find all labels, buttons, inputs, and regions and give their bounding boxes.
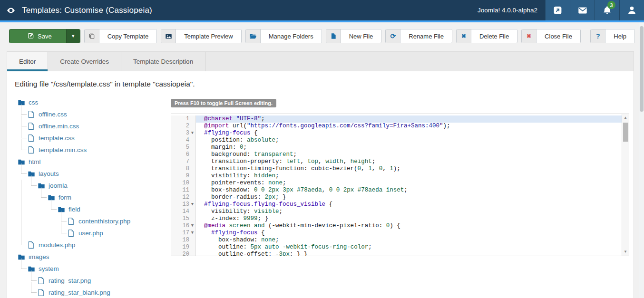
open-frontend-icon[interactable]	[545, 0, 570, 20]
scrollbar-up-icon[interactable]: ▲	[624, 115, 627, 121]
code-line[interactable]: 2@import url("https://fonts.googleapis.c…	[171, 123, 622, 130]
code-line[interactable]: 3▼#flying-focus {	[171, 130, 622, 137]
code-line[interactable]: 5 margin: 0;	[171, 144, 622, 151]
close-file-button[interactable]: ✖ Close File	[521, 29, 581, 43]
line-number: 12	[171, 194, 189, 201]
tree-connector	[21, 234, 27, 245]
fold-arrow-icon[interactable]: ▼	[189, 222, 195, 230]
tree-item-file[interactable]: modules.php	[18, 239, 170, 251]
messages-icon[interactable]	[570, 0, 595, 20]
copy-icon	[85, 29, 99, 43]
fold-arrow-icon[interactable]: ▼	[189, 230, 195, 237]
tree-item-file[interactable]: template.min.css	[18, 144, 170, 156]
tree-item-file[interactable]: offline.min.css	[18, 120, 170, 132]
line-number: 7	[171, 158, 189, 165]
code-line[interactable]: 19 outline: 5px auto -webkit-focus-ring-…	[171, 244, 622, 251]
tree-item-label: joomla	[49, 182, 68, 189]
code-line[interactable]: 17▼ #flying-focus {	[171, 230, 622, 237]
fold-arrow-icon[interactable]: ▼	[189, 201, 195, 208]
tree-item-folder[interactable]: field	[18, 203, 170, 215]
new-file-button[interactable]: New File	[326, 29, 382, 43]
code-line[interactable]: 7 transition-property: left, top, width,…	[171, 158, 622, 165]
tree-connector	[21, 203, 21, 215]
save-dropdown-caret[interactable]: ▼	[66, 29, 80, 43]
save-button[interactable]: Save ▼	[9, 29, 80, 43]
code-line[interactable]: 13▼#flying-focus.flying-focus_visible {	[171, 201, 622, 208]
code-line[interactable]: 10 pointer-events: none;	[171, 180, 622, 187]
line-gutter: 1	[171, 115, 196, 123]
fold-gutter	[189, 187, 195, 194]
tree-item-folder[interactable]: form	[18, 192, 170, 203]
page-scrollbar-thumb[interactable]	[640, 26, 644, 112]
line-gutter: 2	[171, 123, 196, 130]
tree-item-file[interactable]: user.php	[18, 227, 170, 239]
tree-item-file[interactable]: rating_star_blank.png	[18, 287, 170, 298]
rename-file-button[interactable]: ⟳ Rename File	[385, 29, 452, 43]
code-line[interactable]: 6 background: transparent;	[171, 151, 622, 158]
line-gutter: 13▼	[171, 201, 196, 208]
line-gutter: 8	[171, 165, 196, 173]
tree-item-folder[interactable]: html	[18, 156, 170, 168]
line-number: 3	[171, 130, 189, 137]
code-line[interactable]: 8 transition-timing-function: cubic-bezi…	[171, 165, 622, 173]
tree-connector	[21, 258, 27, 269]
tree-item-folder[interactable]: images	[18, 251, 170, 263]
user-icon[interactable]	[619, 0, 644, 20]
code-line[interactable]: 14 visibility: visible;	[171, 208, 622, 215]
fold-gutter	[189, 123, 195, 130]
code-line[interactable]: 1@charset "UTF-8";	[171, 115, 622, 123]
fold-gutter	[189, 251, 195, 256]
tree-item-folder[interactable]: joomla	[18, 180, 170, 192]
code-text: pointer-events: none;	[196, 180, 622, 187]
copy-template-button[interactable]: Copy Template	[84, 29, 157, 43]
fold-gutter	[189, 151, 195, 158]
line-number: 9	[171, 173, 189, 180]
file-icon	[28, 146, 35, 154]
code-line[interactable]: 16▼@media screen and (-webkit-min-device…	[171, 222, 622, 230]
tree-item-folder[interactable]: css	[18, 96, 170, 108]
scrollbar-down-icon[interactable]: ▼	[624, 249, 627, 255]
refresh-icon: ⟳	[386, 29, 400, 43]
fullscreen-hint: Press F10 to toggle Full Screen editing.	[171, 99, 276, 107]
fold-arrow-icon[interactable]: ▼	[189, 130, 195, 137]
delete-file-button[interactable]: ✖ Delete File	[456, 29, 517, 43]
tab-editor[interactable]: Editor	[7, 52, 48, 71]
tree-connector	[31, 270, 37, 281]
tree-item-label: template.min.css	[39, 146, 87, 154]
manage-folders-button[interactable]: Manage Folders	[245, 29, 322, 43]
help-button[interactable]: ? Help	[590, 29, 635, 43]
notifications-icon[interactable]: 3	[595, 0, 619, 20]
eye-icon	[0, 6, 22, 15]
editor-scrollbar[interactable]: ▲ ▼	[622, 114, 629, 256]
code-line[interactable]: 9 visibility: hidden;	[171, 173, 622, 180]
header-accent-bar	[0, 20, 644, 22]
code-line[interactable]: 4 position: absolute;	[171, 137, 622, 144]
code-area[interactable]: 1@charset "UTF-8";2@import url("https://…	[171, 114, 622, 256]
template-preview-button[interactable]: Template Preview	[161, 29, 242, 43]
code-line[interactable]: 18 box-shadow: none;	[171, 237, 622, 244]
code-line[interactable]: 11 box-shadow: 0 0 2px 3px #78aeda, 0 0 …	[171, 187, 622, 194]
line-number: 13	[171, 201, 189, 208]
tab-create-overrides[interactable]: Create Overrides	[48, 52, 121, 71]
image-icon	[161, 29, 176, 43]
line-number: 18	[171, 237, 189, 244]
code-line[interactable]: 20 outline-offset: -3px; } }	[171, 251, 622, 256]
fold-gutter	[189, 194, 195, 201]
tree-item-label: css	[29, 99, 38, 106]
page-scrollbar[interactable]	[639, 22, 644, 298]
code-line[interactable]: 12 border-radius: 2px; }	[171, 194, 622, 201]
tree-item-folder[interactable]: system	[18, 263, 170, 275]
tree-item-label: modules.php	[39, 241, 75, 249]
tree-item-file[interactable]: rating_star.png	[18, 275, 170, 287]
line-gutter: 7	[171, 158, 196, 165]
code-line[interactable]: 15 z-index: 9999; }	[171, 215, 622, 222]
tree-item-file[interactable]: offline.css	[18, 108, 170, 120]
scrollbar-thumb[interactable]	[623, 123, 628, 142]
tree-connector	[21, 215, 21, 227]
fold-gutter	[189, 165, 195, 173]
tree-item-folder[interactable]: layouts	[18, 168, 170, 180]
tree-item-file[interactable]: contenthistory.php	[18, 215, 170, 227]
tree-item-file[interactable]: template.css	[18, 132, 170, 144]
question-icon: ?	[591, 29, 605, 43]
tab-template-description[interactable]: Template Description	[121, 52, 205, 71]
